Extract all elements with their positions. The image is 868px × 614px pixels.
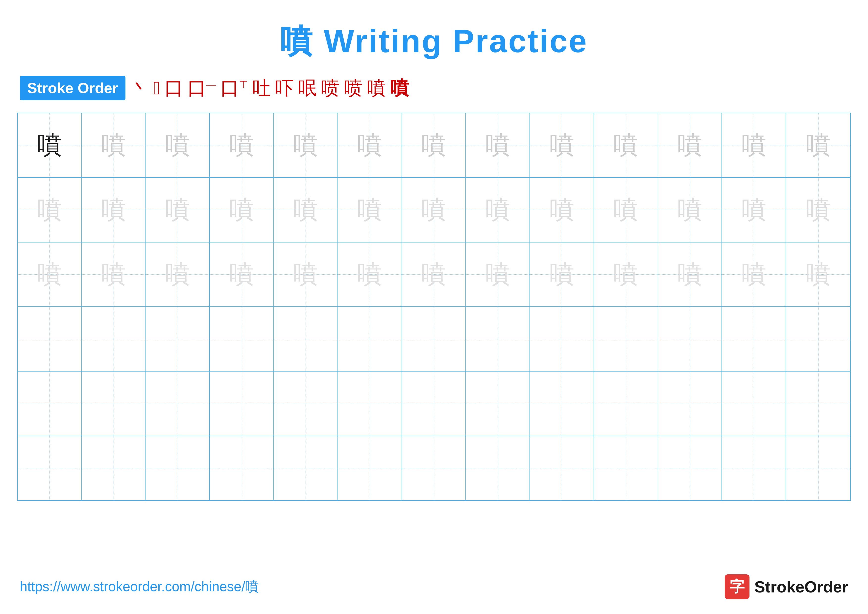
grid-cell-5-6[interactable]	[338, 372, 402, 436]
grid-cell-5-12[interactable]	[722, 372, 786, 436]
grid-cell-2-8[interactable]: 噴	[466, 178, 530, 242]
grid-cell-5-7[interactable]	[402, 372, 466, 436]
grid-cell-6-6[interactable]	[338, 436, 402, 500]
grid-cell-4-13[interactable]	[786, 307, 850, 371]
grid-cell-6-3[interactable]	[146, 436, 210, 500]
grid-cell-1-6[interactable]: 噴	[338, 113, 402, 177]
grid-cell-2-2[interactable]: 噴	[82, 178, 146, 242]
grid-row-2: 噴 噴 噴 噴 噴 噴 噴 噴 噴 噴 噴 噴 噴	[18, 178, 850, 242]
grid-cell-6-10[interactable]	[594, 436, 658, 500]
grid-cell-5-5[interactable]	[274, 372, 338, 436]
grid-cell-5-10[interactable]	[594, 372, 658, 436]
grid-cell-2-13[interactable]: 噴	[786, 178, 850, 242]
grid-cell-2-3[interactable]: 噴	[146, 178, 210, 242]
grid-cell-2-10[interactable]: 噴	[594, 178, 658, 242]
grid-cell-6-5[interactable]	[274, 436, 338, 500]
grid-cell-4-3[interactable]	[146, 307, 210, 371]
grid-cell-5-8[interactable]	[466, 372, 530, 436]
grid-cell-5-4[interactable]	[210, 372, 274, 436]
grid-cell-2-9[interactable]: 噴	[530, 178, 594, 242]
grid-cell-1-12[interactable]: 噴	[722, 113, 786, 177]
grid-cell-2-5[interactable]: 噴	[274, 178, 338, 242]
grid-cell-4-1[interactable]	[18, 307, 82, 371]
page-title: 噴 Writing Practice	[0, 0, 868, 64]
grid-cell-2-7[interactable]: 噴	[402, 178, 466, 242]
grid-cell-3-5[interactable]: 噴	[274, 242, 338, 307]
grid-cell-3-1[interactable]: 噴	[18, 242, 82, 307]
stroke-12: 噴	[390, 79, 409, 97]
footer-logo: 字 StrokeOrder	[725, 574, 848, 599]
grid-cell-3-13[interactable]: 噴	[786, 242, 850, 307]
grid-cell-3-12[interactable]: 噴	[722, 242, 786, 307]
grid-cell-6-8[interactable]	[466, 436, 530, 500]
grid-cell-2-4[interactable]: 噴	[210, 178, 274, 242]
grid-cell-5-11[interactable]	[658, 372, 722, 436]
grid-cell-5-3[interactable]	[146, 372, 210, 436]
grid-cell-6-9[interactable]	[530, 436, 594, 500]
grid-cell-4-9[interactable]	[530, 307, 594, 371]
grid-cell-4-7[interactable]	[402, 307, 466, 371]
grid-cell-5-2[interactable]	[82, 372, 146, 436]
grid-cell-3-2[interactable]: 噴	[82, 242, 146, 307]
grid-cell-4-2[interactable]	[82, 307, 146, 371]
stroke-9: 喷	[321, 79, 340, 97]
stroke-sequence: 丶 𠃌 口 口— 口⊤ 吐 吓 呡 喷 喷 噴 噴	[130, 79, 409, 97]
grid-cell-6-11[interactable]	[658, 436, 722, 500]
stroke-11: 噴	[367, 79, 386, 97]
grid-cell-3-3[interactable]: 噴	[146, 242, 210, 307]
grid-cell-3-6[interactable]: 噴	[338, 242, 402, 307]
grid-cell-6-1[interactable]	[18, 436, 82, 500]
stroke-2: 𠃌	[153, 79, 160, 97]
grid-cell-1-2[interactable]: 噴	[82, 113, 146, 177]
grid-cell-4-5[interactable]	[274, 307, 338, 371]
grid-cell-1-3[interactable]: 噴	[146, 113, 210, 177]
grid-cell-1-11[interactable]: 噴	[658, 113, 722, 177]
grid-cell-1-5[interactable]: 噴	[274, 113, 338, 177]
grid-cell-1-9[interactable]: 噴	[530, 113, 594, 177]
grid-cell-4-12[interactable]	[722, 307, 786, 371]
grid-cell-5-9[interactable]	[530, 372, 594, 436]
grid-row-3: 噴 噴 噴 噴 噴 噴 噴 噴 噴 噴 噴 噴 噴	[18, 242, 850, 307]
grid-cell-3-10[interactable]: 噴	[594, 242, 658, 307]
char-dark: 噴	[37, 133, 62, 157]
grid-cell-6-12[interactable]	[722, 436, 786, 500]
grid-cell-2-12[interactable]: 噴	[722, 178, 786, 242]
grid-cell-4-4[interactable]	[210, 307, 274, 371]
grid-cell-3-11[interactable]: 噴	[658, 242, 722, 307]
footer: https://www.strokeorder.com/chinese/噴 字 …	[20, 574, 848, 599]
footer-logo-text: StrokeOrder	[755, 578, 848, 596]
grid-cell-4-8[interactable]	[466, 307, 530, 371]
grid-row-5	[18, 372, 850, 436]
grid-cell-1-1[interactable]: 噴	[18, 113, 82, 177]
stroke-8: 呡	[298, 79, 317, 97]
grid-cell-4-10[interactable]	[594, 307, 658, 371]
grid-cell-1-13[interactable]: 噴	[786, 113, 850, 177]
grid-cell-2-6[interactable]: 噴	[338, 178, 402, 242]
grid-row-4	[18, 307, 850, 372]
grid-cell-3-8[interactable]: 噴	[466, 242, 530, 307]
stroke-4: 口—	[188, 79, 216, 97]
grid-cell-2-11[interactable]: 噴	[658, 178, 722, 242]
grid-cell-1-10[interactable]: 噴	[594, 113, 658, 177]
grid-cell-4-6[interactable]	[338, 307, 402, 371]
strokeorder-logo-icon: 字	[725, 574, 749, 599]
grid-cell-3-4[interactable]: 噴	[210, 242, 274, 307]
grid-cell-5-1[interactable]	[18, 372, 82, 436]
grid-cell-3-9[interactable]: 噴	[530, 242, 594, 307]
grid-cell-1-8[interactable]: 噴	[466, 113, 530, 177]
grid-cell-1-7[interactable]: 噴	[402, 113, 466, 177]
grid-cell-6-7[interactable]	[402, 436, 466, 500]
footer-url[interactable]: https://www.strokeorder.com/chinese/噴	[20, 578, 259, 596]
grid-cell-4-11[interactable]	[658, 307, 722, 371]
stroke-6: 吐	[252, 79, 271, 97]
grid-cell-3-7[interactable]: 噴	[402, 242, 466, 307]
grid-cell-6-2[interactable]	[82, 436, 146, 500]
stroke-5: 口⊤	[220, 79, 248, 97]
grid-cell-2-1[interactable]: 噴	[18, 178, 82, 242]
stroke-order-section: Stroke Order 丶 𠃌 口 口— 口⊤ 吐 吓 呡 喷 喷 噴 噴	[0, 64, 868, 108]
grid-cell-6-13[interactable]	[786, 436, 850, 500]
grid-cell-1-4[interactable]: 噴	[210, 113, 274, 177]
grid-cell-6-4[interactable]	[210, 436, 274, 500]
grid-cell-5-13[interactable]	[786, 372, 850, 436]
stroke-3: 口	[164, 79, 183, 97]
